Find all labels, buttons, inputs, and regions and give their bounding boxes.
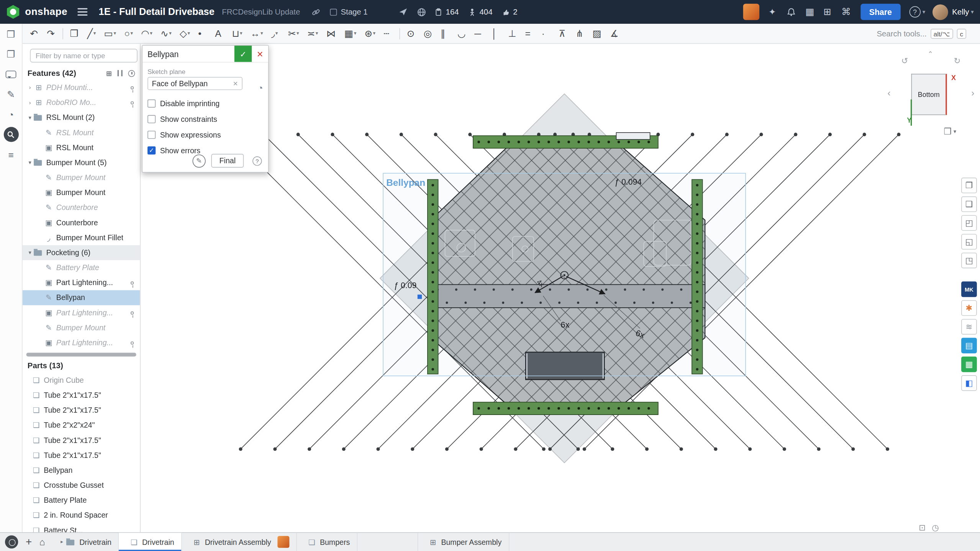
snapshot-icon[interactable]: ⊡ (919, 523, 926, 532)
dialog-header[interactable]: Bellypan ✓ ✕ (143, 46, 268, 62)
part-battery-plate[interactable]: Battery Plate (23, 493, 140, 508)
feature-bumper-mount[interactable]: Bumper Mount (23, 185, 140, 200)
feature-part-lightening-1[interactable]: Part Lightening... (23, 275, 140, 290)
view-mode-4[interactable]: ◱ (961, 234, 977, 249)
tool-arc[interactable]: ◠ ▾ (140, 26, 154, 41)
feature-bumper-mount-sketch[interactable]: Bumper Mount (23, 170, 140, 185)
rotate-up-icon[interactable]: ⌃ (928, 50, 933, 58)
ai-sparkle-icon[interactable]: ✦ (767, 6, 778, 18)
tool-slot[interactable]: ⊔ ▾ (231, 26, 244, 41)
app-6[interactable]: ◧ (961, 375, 977, 391)
suppress-pin-icon[interactable] (131, 311, 134, 314)
part-origin-cube[interactable]: Origin Cube (23, 373, 140, 388)
tool-point[interactable]: • (197, 26, 208, 41)
suppress-pin-icon[interactable] (131, 281, 134, 284)
tool-copy[interactable]: ❐ (69, 26, 80, 41)
user-menu-caret-icon[interactable]: ▾ (971, 9, 973, 15)
version-icon[interactable] (330, 8, 337, 15)
search-tools[interactable]: Search tools... alt/⌥ c (877, 28, 966, 38)
rotate-ccw-icon[interactable]: ↺ (901, 56, 908, 66)
spreadsheet-icon[interactable]: ▦ (804, 6, 815, 18)
share-button[interactable]: Share (860, 4, 901, 20)
sketch-name-label[interactable]: Bellypan (386, 177, 425, 188)
insert-feature-icon[interactable]: ⊞ (106, 69, 112, 77)
view-mode-5[interactable]: ◳ (961, 253, 977, 268)
tool-coincident[interactable]: ⊙ (405, 26, 416, 41)
tool-equal[interactable]: = (524, 26, 535, 41)
sketch-plane-field[interactable]: Face of Bellypan ✕ (147, 77, 243, 90)
view-mode-3[interactable]: ◰ (961, 215, 977, 231)
folder-bumper-mount[interactable]: ▾ Bumper Mount (5) (23, 155, 140, 170)
home-icon[interactable]: ⌂ (39, 536, 45, 547)
feature-bumper-mount-sketch-2[interactable]: Bumper Mount (23, 320, 140, 335)
rollback-pause-icon[interactable] (118, 70, 123, 76)
tool-spline[interactable]: ∿ ▾ (159, 26, 173, 41)
feature-bumper-mount-fillet[interactable]: Bumper Mount Fillet (23, 230, 140, 245)
tool-polygon[interactable]: ◇ ▾ (179, 26, 192, 41)
tool-undo[interactable]: ↶ (29, 26, 40, 41)
part-tube-1[interactable]: Tube 2"x1"x17.5" (23, 388, 140, 403)
search-icon[interactable] (3, 127, 18, 142)
flip-plane-icon[interactable]: ◔ (257, 82, 263, 93)
tool-dimension[interactable]: ↔ ▾ (249, 26, 264, 41)
part-tube-2[interactable]: Tube 2"x1"x17.5" (23, 403, 140, 418)
stat-views[interactable]: 404 (468, 8, 492, 16)
feature-bellypan[interactable]: Bellypan (23, 290, 140, 305)
checkbox-show-constraints[interactable]: ✓ Show constraints (147, 112, 263, 127)
tool-tangent[interactable]: ◡ (456, 26, 468, 41)
rotate-right-icon[interactable]: › (971, 88, 974, 98)
feature-part-lightening-3[interactable]: Part Lightening... (23, 335, 140, 350)
tool-symmetric[interactable]: ⋔ (574, 26, 585, 41)
history-icon[interactable]: ◔ (3, 107, 18, 122)
tool-rectangle[interactable]: ▭ ▾ (103, 26, 117, 41)
feature-counterbore-sketch[interactable]: Counterbore (23, 200, 140, 215)
view-mode-1[interactable]: ❐ (961, 178, 977, 194)
tool-measure[interactable]: ∡ (609, 26, 620, 41)
tab-drivetrain-folder[interactable]: ▸ Drivetrain (54, 533, 119, 551)
folder-rsl-mount[interactable]: ▾ RSL Mount (2) (23, 110, 140, 125)
checkbox-show-expressions[interactable]: ✓ Show expressions (147, 127, 263, 143)
app-2[interactable]: ✱ (961, 300, 977, 316)
edit-sketch-icon[interactable]: ✎ (192, 154, 205, 167)
tool-construction[interactable]: ┄ (382, 26, 393, 41)
tool-perpendicular[interactable]: ⊥ (507, 26, 518, 41)
onshape-logo-icon[interactable] (6, 5, 20, 19)
part-battery-stop[interactable]: Battery St... (23, 523, 140, 532)
apps-grid-icon[interactable]: ⊞ (822, 6, 833, 18)
user-avatar[interactable] (933, 4, 949, 20)
app-4[interactable]: ▤ (961, 338, 977, 353)
tool-fillet[interactable]: ◞ ▾ (270, 26, 281, 41)
tool-horizontal[interactable]: ─ (473, 26, 484, 41)
rail-bottom[interactable] (473, 402, 658, 415)
app-3[interactable]: ≋ (961, 319, 977, 335)
tab-drivetrain-assembly[interactable]: Drivetrain Assembly (182, 533, 297, 551)
part-bellypan[interactable]: Bellypan (23, 463, 140, 478)
feature-rsl-mount[interactable]: RSL Mount (23, 140, 140, 155)
part-round-spacer[interactable]: 2 in. Round Spacer (23, 508, 140, 523)
tool-offset[interactable]: ≍ ▾ (306, 26, 319, 41)
stat-copies[interactable]: 164 (434, 8, 459, 16)
rotate-left-icon[interactable]: ‹ (888, 88, 891, 98)
final-button[interactable]: Final (211, 154, 244, 168)
tool-sep-1[interactable] (62, 28, 63, 39)
checkbox-disable-imprinting[interactable]: ✓ Disable imprinting (147, 96, 263, 112)
tool-vertical[interactable]: │ (490, 26, 501, 41)
view-cube-face[interactable]: Bottom (911, 74, 947, 115)
tab-bumpers[interactable]: Bumpers (297, 533, 357, 551)
tool-trim[interactable]: ✂ ▾ (287, 26, 300, 41)
tool-midpoint[interactable]: ∙ (541, 26, 552, 41)
tool-circle[interactable]: ○ ▾ (123, 26, 134, 41)
dialog-help-icon[interactable]: ? (252, 156, 262, 165)
new-tab-button[interactable]: + (26, 536, 32, 548)
dimension-top[interactable]: ƒ0.094 (615, 177, 642, 187)
tool-concentric[interactable]: ◎ (422, 26, 434, 41)
notes-icon[interactable]: ✎ (3, 87, 18, 102)
notifications-bell-icon[interactable] (785, 6, 796, 18)
tool-linear-pattern[interactable]: ▦ ▾ (343, 26, 358, 41)
document-title[interactable]: 1E - Full Detail Drivebase (99, 6, 215, 17)
view-cube[interactable]: ↺ ↻ ⌃ ‹ › Bottom X Y (886, 50, 977, 133)
tab-bumper-assembly[interactable]: Bumper Assembly (417, 533, 509, 551)
cancel-button[interactable]: ✕ (252, 46, 268, 62)
dimension-left[interactable]: ƒ0.09 (394, 281, 417, 290)
stat-likes[interactable]: 2 (502, 8, 518, 16)
